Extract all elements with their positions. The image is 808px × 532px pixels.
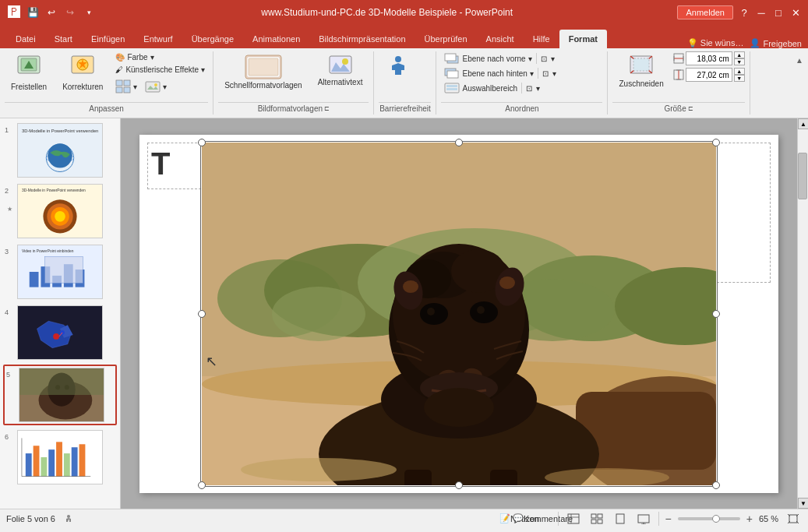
zoom-minus-button[interactable]: −: [665, 513, 672, 525]
tab-animationen[interactable]: Animationen: [243, 30, 309, 48]
ebene-vorne-extra[interactable]: ⊡: [539, 55, 549, 63]
minimize-button[interactable]: ─: [755, 6, 767, 19]
schnellformat-label: Schnellformatvorlagen: [224, 81, 302, 90]
account-button[interactable]: Anmelden: [677, 5, 733, 19]
scrollbar-down-button[interactable]: ▼: [798, 498, 808, 509]
tab-datei[interactable]: Datei: [6, 30, 45, 48]
tab-einfuegen[interactable]: Einfügen: [82, 30, 134, 48]
slide-thumb-4[interactable]: 4: [3, 304, 117, 361]
view-normal-button[interactable]: [565, 511, 582, 527]
anordnen-col: Ebene nach vorne ▾ ⊡ ▾ Ebene nach hinten…: [441, 51, 559, 95]
view-presentation-button[interactable]: [635, 511, 652, 527]
tab-entwurf[interactable]: Entwurf: [134, 30, 182, 48]
compress-button[interactable]: ▾: [112, 78, 140, 95]
barrierefreiheit-icon: [386, 55, 411, 78]
korrekturen-icon: [70, 55, 95, 81]
slide-thumb-2[interactable]: 2 ★ 3D-Modelle in PowerPoint verwenden: [3, 182, 117, 240]
help-icon[interactable]: ?: [738, 6, 750, 19]
zuschneiden-icon: [629, 55, 654, 79]
svg-rect-71: [64, 453, 70, 476]
width-up-arrow[interactable]: ▲: [734, 51, 745, 58]
width-input[interactable]: 18,03 cm: [686, 51, 732, 65]
customize-qat-button[interactable]: ▾: [81, 5, 97, 20]
alternativtext-button[interactable]: Alternativtext: [312, 51, 369, 90]
redo-button[interactable]: ↪: [62, 5, 78, 20]
svg-point-108: [499, 277, 515, 289]
farbe-button[interactable]: 🎨 Farbe ▾: [112, 51, 208, 63]
slide-star-2: ★: [7, 206, 12, 213]
freistellen-button[interactable]: Freistellen: [5, 51, 53, 94]
slide-thumb-6[interactable]: 6: [3, 428, 117, 486]
tab-start[interactable]: Start: [45, 30, 82, 48]
groesse-expand-icon[interactable]: ⊏: [688, 105, 693, 112]
zoom-slider[interactable]: [678, 517, 740, 520]
schnellformatvorlagen-button[interactable]: Schnellformatvorlagen: [218, 51, 309, 93]
zoom-plus-button[interactable]: +: [746, 513, 753, 525]
zuschneiden-button[interactable]: Zuschneiden: [612, 51, 669, 91]
slide-thumb-1[interactable]: 1 3D-Modelle in PowerPoint verwenden: [3, 122, 117, 179]
height-input[interactable]: 27,02 cm: [686, 68, 732, 82]
tab-uebergaenge[interactable]: Übergänge: [182, 30, 243, 48]
svg-rect-123: [789, 515, 797, 523]
ebene-hinten-button[interactable]: Ebene nach hinten ▾ ⊡ ▾: [441, 66, 559, 80]
ribbon-group-groesse: Zuschneiden 18,03 cm ▲ ▼ 27,02 cm ▲: [608, 51, 750, 115]
svg-rect-6: [116, 87, 122, 93]
notes-icon: 📝: [499, 513, 510, 523]
fit-slide-icon: [787, 513, 799, 524]
slide-image-2: 3D-Modelle in PowerPoint verwenden: [17, 184, 103, 238]
bildformat-expand-icon[interactable]: ⊏: [324, 105, 330, 112]
tab-bildschirmpraesentation[interactable]: Bildschirmpräsentation: [309, 30, 415, 48]
zoom-thumb[interactable]: [712, 515, 720, 523]
canvas-area: T: [121, 118, 797, 509]
slide-thumb-3[interactable]: 3 Video in PowerPoint einbinden: [3, 243, 117, 301]
svg-text:3D-Modelle in PowerPoint verwe: 3D-Modelle in PowerPoint verwenden: [22, 129, 98, 133]
korrekturen-button[interactable]: Korrekturen: [56, 51, 109, 94]
scrollbar-thumb[interactable]: [798, 153, 807, 199]
width-down-arrow[interactable]: ▼: [734, 58, 745, 65]
view-reading-button[interactable]: [612, 511, 629, 527]
svg-point-82: [272, 287, 365, 341]
svg-rect-64: [19, 368, 104, 395]
tab-ueberpruefen[interactable]: Überprüfen: [415, 30, 477, 48]
undo-button[interactable]: ↩: [44, 5, 59, 20]
auswahlbereich-extra[interactable]: ⊡: [524, 84, 534, 93]
slide-image-5: [19, 368, 104, 422]
ebene-hinten-extra[interactable]: ⊡: [541, 69, 550, 78]
ribbon-group-anpassen-content: Freistellen Korrekturen 🎨: [5, 51, 208, 100]
tab-hilfe[interactable]: Hilfe: [524, 30, 559, 48]
change-image-button[interactable]: ▾: [142, 78, 170, 95]
auswahlbereich-button[interactable]: Auswahlbereich ⊡ ▾: [441, 81, 559, 95]
tab-format[interactable]: Format: [559, 30, 607, 48]
barrierefreiheit-button[interactable]: [379, 51, 418, 81]
height-down-arrow[interactable]: ▼: [734, 75, 745, 82]
close-button[interactable]: ✕: [789, 6, 802, 19]
save-button[interactable]: 💾: [25, 5, 41, 20]
tab-ansicht[interactable]: Ansicht: [477, 30, 524, 48]
scrollbar-track[interactable]: [798, 129, 808, 498]
svg-point-99: [427, 308, 435, 315]
collapse-ribbon-button[interactable]: ▲: [794, 55, 805, 66]
kuenstlerische-effekte-button[interactable]: 🖌 Künstlerische Effekte ▾: [112, 64, 208, 76]
schnellformat-icon: [245, 55, 282, 81]
search-tab[interactable]: 💡 Sie wüns…: [687, 38, 744, 48]
status-bar: Folie 5 von 6 📝 Notizen 💬 Kommentare −: [0, 509, 808, 527]
svg-point-111: [67, 515, 70, 518]
comments-button[interactable]: 💬 Kommentare: [535, 511, 552, 527]
zoom-value: 65 %: [759, 514, 778, 523]
svg-rect-19: [447, 71, 458, 78]
height-up-arrow[interactable]: ▲: [734, 68, 745, 75]
fit-slide-button[interactable]: [785, 511, 802, 527]
view-slide-sorter-button[interactable]: [588, 511, 605, 527]
divider: [558, 512, 559, 526]
selected-image[interactable]: [202, 143, 716, 485]
svg-rect-105: [404, 470, 432, 485]
svg-rect-21: [446, 85, 457, 87]
maximize-button[interactable]: □: [772, 6, 785, 19]
ebene-vorne-button[interactable]: Ebene nach vorne ▾ ⊡ ▾: [441, 51, 559, 65]
slide-panel: 1 3D-Modelle in PowerPoint verwenden 2: [0, 118, 121, 509]
slide-thumb-5[interactable]: 5: [3, 365, 117, 425]
bildformat-group-label: Bildformatvorlagen ⊏: [218, 102, 369, 115]
share-button[interactable]: 👤 Freigeben: [750, 38, 802, 48]
ribbon-group-barrierefreiheit: Barrierefreiheit: [374, 51, 436, 115]
scrollbar-up-button[interactable]: ▲: [798, 118, 808, 129]
